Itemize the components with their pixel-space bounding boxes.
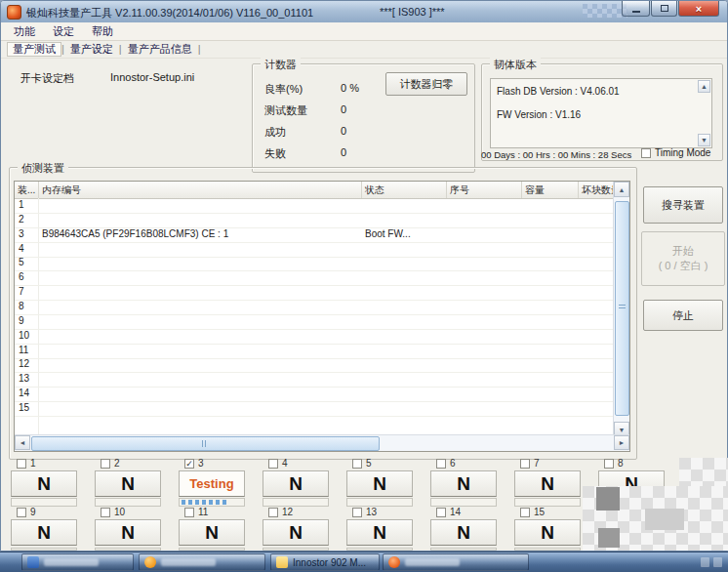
- slot-checkbox-box[interactable]: [352, 508, 362, 517]
- slot-checkbox-5[interactable]: 5: [352, 458, 372, 469]
- table-row[interactable]: 13: [15, 372, 615, 388]
- slot-checkbox-8[interactable]: 8: [604, 458, 624, 469]
- slot-checkbox-box[interactable]: [101, 508, 110, 517]
- slot-checkbox-box[interactable]: [101, 459, 110, 469]
- device-table-header[interactable]: 装...内存编号状态序号容量坏块数量: [15, 182, 615, 199]
- table-row[interactable]: 2: [15, 213, 615, 228]
- counter-reset-button[interactable]: 计数器归零: [385, 72, 467, 96]
- table-row[interactable]: 5: [15, 256, 615, 271]
- search-devices-button[interactable]: 搜寻装置: [643, 186, 723, 224]
- slot-progress-bar-6: [430, 498, 497, 507]
- menu-item-1[interactable]: 设定: [44, 24, 83, 39]
- column-header-3[interactable]: 序号: [446, 182, 521, 198]
- taskbar-button-1[interactable]: [139, 553, 265, 571]
- table-row[interactable]: 4: [15, 242, 615, 258]
- column-header-5[interactable]: 坏块数量: [578, 182, 615, 198]
- column-header-4[interactable]: 容量: [521, 182, 578, 198]
- table-row[interactable]: 9: [15, 314, 615, 330]
- tray-icon[interactable]: [701, 557, 709, 567]
- slot-number: 11: [198, 507, 208, 517]
- taskbar-button-2[interactable]: Innostor 902 M...: [270, 553, 380, 571]
- timing-mode-checkbox[interactable]: Timing Mode: [641, 147, 710, 158]
- slot-checkbox-box[interactable]: [17, 459, 26, 469]
- table-row[interactable]: 14: [15, 387, 615, 402]
- start-button[interactable]: 开始 ( 0 / 空白 ): [641, 231, 725, 286]
- slot-status-panel-12: N: [263, 519, 329, 546]
- slot-checkbox-box[interactable]: [436, 459, 446, 469]
- table-row[interactable]: 10: [15, 329, 615, 345]
- firmware-scroll-down-icon[interactable]: ▼: [698, 134, 710, 146]
- minimize-button[interactable]: [622, 1, 650, 17]
- start-button-sublabel: ( 0 / 空白 ): [659, 259, 708, 273]
- slot-checkbox-11[interactable]: 11: [184, 507, 208, 517]
- table-row[interactable]: 1: [15, 198, 615, 214]
- column-header-1[interactable]: 内存编号: [38, 182, 361, 198]
- slot-checkbox-box[interactable]: [520, 459, 530, 469]
- slot-checkbox-box[interactable]: ✓: [184, 459, 194, 469]
- maximize-icon: [661, 5, 668, 12]
- vertical-scrollbar-thumb[interactable]: [615, 201, 629, 416]
- firmware-scroll-up-icon[interactable]: ▲: [698, 80, 710, 93]
- table-row[interactable]: 7: [15, 285, 615, 301]
- slot-status-panel-3: Testing: [179, 470, 245, 497]
- taskbar-button-0[interactable]: [21, 553, 134, 571]
- yield-label: 良率(%): [264, 82, 303, 97]
- fail-value: 0: [341, 146, 346, 158]
- slot-checkbox-box[interactable]: [268, 508, 278, 517]
- column-header-0[interactable]: 装...: [15, 182, 38, 198]
- system-tray[interactable]: [701, 557, 722, 567]
- title-bar[interactable]: 银灿科技量产工具 V2.11.00.39(2014/01/06) V116_00…: [1, 1, 727, 23]
- table-row[interactable]: 11: [15, 344, 615, 359]
- slot-checkbox-1[interactable]: 1: [17, 458, 36, 469]
- column-header-2[interactable]: 状态: [361, 182, 446, 198]
- menu-bar: 功能设定帮助: [1, 22, 727, 41]
- tab-1[interactable]: 量产设定: [64, 42, 119, 57]
- slot-checkbox-box[interactable]: [17, 508, 26, 517]
- slot-progress-bar-4: [263, 498, 329, 507]
- tray-icon[interactable]: [713, 557, 722, 567]
- slot-checkbox-7[interactable]: 7: [520, 458, 540, 469]
- maximize-button[interactable]: [651, 1, 677, 17]
- slot-checkbox-box[interactable]: [184, 508, 194, 517]
- slot-checkbox-9[interactable]: 9: [17, 507, 36, 517]
- slot-checkbox-box[interactable]: [520, 508, 530, 517]
- table-row[interactable]: 15: [15, 401, 615, 417]
- close-button[interactable]: ×: [678, 1, 719, 17]
- row-number: 1: [19, 199, 24, 210]
- table-row[interactable]: 12: [15, 357, 615, 373]
- slot-checkbox-2[interactable]: 2: [101, 458, 120, 469]
- slot-status-panel-14: N: [430, 519, 497, 546]
- scroll-right-icon[interactable]: ►: [614, 435, 629, 450]
- slot-checkbox-4[interactable]: 4: [268, 458, 288, 469]
- table-row[interactable]: 8: [15, 300, 615, 315]
- table-row[interactable]: 6: [15, 270, 615, 286]
- fail-label: 失败: [264, 146, 286, 161]
- slot-checkbox-3[interactable]: ✓3: [184, 458, 204, 469]
- slot-checkbox-13[interactable]: 13: [352, 507, 377, 517]
- stop-button[interactable]: 停止: [643, 300, 723, 331]
- slot-checkbox-14[interactable]: 14: [436, 507, 461, 517]
- scroll-left-icon[interactable]: ◄: [15, 435, 30, 450]
- slot-checkbox-10[interactable]: 10: [101, 507, 125, 517]
- tab-2[interactable]: 量产产品信息: [122, 42, 198, 57]
- slot-checkbox-6[interactable]: 6: [436, 458, 456, 469]
- horizontal-scrollbar-thumb[interactable]: [31, 436, 380, 451]
- scroll-up-icon[interactable]: ▲: [614, 182, 629, 197]
- slot-checkbox-box[interactable]: [604, 459, 614, 469]
- slot-progress-bar-2: [95, 498, 161, 507]
- menu-item-0[interactable]: 功能: [5, 24, 44, 39]
- timing-mode-checkbox-box[interactable]: [641, 148, 651, 158]
- table-row[interactable]: 3B984643CA5 (PF29F16B08LCMF3) CE : 1Boot…: [15, 227, 615, 243]
- firmware-group: 韧体版本 Flash DB Version : V4.06.01 FW Vers…: [481, 63, 723, 161]
- slot-checkbox-box[interactable]: [268, 459, 278, 469]
- tab-0[interactable]: 量产测试: [7, 42, 61, 57]
- slot-checkbox-12[interactable]: 12: [268, 507, 293, 517]
- horizontal-scrollbar[interactable]: ◄ ►: [15, 434, 629, 451]
- menu-item-2[interactable]: 帮助: [83, 24, 122, 39]
- slot-checkbox-box[interactable]: [436, 508, 446, 517]
- device-table[interactable]: 装...内存编号状态序号容量坏块数量 123B984643CA5 (PF29F1…: [14, 181, 630, 452]
- slot-checkbox-box[interactable]: [352, 459, 362, 469]
- slot-checkbox-15[interactable]: 15: [520, 507, 545, 517]
- taskbar-button-3[interactable]: [383, 553, 529, 571]
- vertical-scrollbar[interactable]: ▲ ▼: [613, 182, 629, 437]
